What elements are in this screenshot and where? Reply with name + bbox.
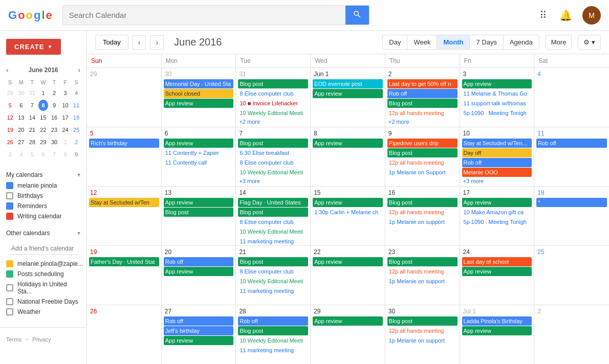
my-calendar-item[interactable]: melanie pinola bbox=[0, 180, 86, 191]
calendar-cell[interactable]: 26 bbox=[87, 305, 162, 364]
calendar-event[interactable]: School closed bbox=[164, 89, 234, 98]
mini-cal-day[interactable]: 30 bbox=[16, 87, 27, 99]
calendar-cell[interactable]: 21Blog post8 Elise computer club10 Weekl… bbox=[236, 246, 311, 305]
calendar-event[interactable]: 10 Weekly Editorial Meeti bbox=[238, 108, 308, 118]
calendar-event[interactable]: Rob off bbox=[164, 257, 234, 266]
calendar-event[interactable]: Rob off bbox=[164, 316, 234, 326]
mini-cal-day[interactable]: 3 bbox=[5, 149, 15, 160]
calendar-event[interactable]: Jeff's birthday bbox=[164, 326, 234, 335]
other-calendar-item[interactable]: National Freebie Days bbox=[0, 297, 86, 307]
calendar-cell[interactable]: 4 bbox=[534, 68, 609, 127]
mini-cal-day[interactable]: 25 bbox=[71, 124, 81, 135]
calendar-event[interactable]: Blog post bbox=[387, 99, 458, 108]
calendar-event[interactable]: 1p Melanie on support bbox=[387, 277, 458, 286]
mini-cal-day[interactable]: 28 bbox=[27, 136, 37, 148]
create-button[interactable]: CREATE ▼ bbox=[6, 39, 61, 55]
calendar-cell[interactable]: Jul 1Ladda Pinola's BirthdayApp review bbox=[460, 305, 535, 364]
calendar-cell[interactable]: 20Rob offApp review bbox=[162, 246, 236, 305]
my-calendar-item[interactable]: Writing calendar bbox=[0, 211, 86, 221]
calendar-event[interactable]: 1p Melanie on Support bbox=[387, 168, 458, 177]
calendar-event[interactable]: * bbox=[536, 198, 607, 207]
calendar-cell[interactable]: 6App review11 Contently + Zapier11 Conte… bbox=[162, 127, 236, 186]
calendar-event[interactable]: Rich's birthday bbox=[89, 139, 159, 148]
today-button[interactable]: Today bbox=[95, 35, 128, 50]
mini-cal-day[interactable]: 12 bbox=[5, 112, 15, 123]
calendar-event[interactable]: App review bbox=[462, 198, 532, 207]
mini-cal-day[interactable]: 20 bbox=[16, 124, 27, 135]
calendar-cell[interactable]: 5Rich's birthday bbox=[87, 127, 162, 186]
view-7days[interactable]: 7 Days bbox=[469, 35, 503, 49]
calendar-event[interactable]: EOD evernote post bbox=[313, 79, 383, 88]
mini-cal-day[interactable]: 5 bbox=[5, 100, 15, 111]
mini-cal-day[interactable]: 6 bbox=[16, 100, 27, 111]
next-button[interactable]: › bbox=[150, 35, 164, 50]
view-agenda[interactable]: Agenda bbox=[503, 35, 539, 49]
mini-cal-day[interactable]: 24 bbox=[60, 124, 71, 135]
calendar-cell[interactable]: 27Rob offJeff's birthdayApp review bbox=[162, 305, 236, 364]
calendar-event[interactable]: 12p all hands meeting bbox=[387, 158, 458, 167]
calendar-event[interactable]: Flag Day · United States bbox=[238, 198, 308, 207]
calendar-event[interactable]: App review bbox=[164, 336, 234, 345]
calendar-cell[interactable]: 10Stay at Secluded w/Tennis/Koi Pond/Hot… bbox=[460, 127, 535, 186]
my-calendar-item[interactable]: Birthdays bbox=[0, 191, 86, 201]
calendar-event[interactable]: App review bbox=[462, 326, 532, 335]
search-input[interactable] bbox=[63, 7, 345, 24]
mini-cal-day[interactable]: 18 bbox=[71, 112, 81, 123]
calendar-event[interactable]: App review bbox=[313, 316, 383, 326]
calendar-cell[interactable]: 30Memorial Day · United StaSchool closed… bbox=[162, 68, 236, 127]
mini-cal-day[interactable]: 7 bbox=[49, 149, 59, 160]
mini-cal-day[interactable]: 9 bbox=[71, 149, 81, 160]
calendar-cell[interactable]: 11Rob off bbox=[534, 127, 609, 186]
calendar-event[interactable]: Rob off bbox=[536, 139, 607, 148]
calendar-cell[interactable]: 3App review11 Melanie & Thomas Go11 supp… bbox=[460, 68, 535, 127]
calendar-event[interactable]: 1p Melanie on support bbox=[387, 217, 458, 226]
calendar-event[interactable]: Day off bbox=[462, 148, 532, 157]
calendar-event[interactable]: App review bbox=[462, 267, 532, 276]
calendar-event[interactable]: 5p 1090 · Meeting Tonigh bbox=[462, 217, 532, 226]
mini-cal-day[interactable]: 31 bbox=[27, 87, 37, 99]
calendar-event[interactable]: 11 support talk w/thomas bbox=[462, 99, 532, 108]
calendar-event[interactable]: App review bbox=[164, 198, 234, 207]
calendar-event[interactable]: 1:30p Carlin + Melanie ch bbox=[313, 208, 383, 217]
mini-cal-day[interactable]: 22 bbox=[38, 124, 49, 135]
notifications-button[interactable]: 🔔 bbox=[557, 7, 574, 24]
calendar-cell[interactable]: Jun 1EOD evernote postApp review bbox=[311, 68, 385, 127]
mini-cal-day[interactable]: 8 bbox=[38, 100, 49, 111]
other-calendar-item[interactable]: Posts scheduling bbox=[0, 269, 86, 279]
mini-cal-day[interactable]: 11 bbox=[71, 100, 81, 111]
calendar-cell[interactable]: 12Stay at Secluded w/Ten bbox=[87, 187, 162, 245]
my-calendar-item[interactable]: Reminders bbox=[0, 201, 86, 211]
calendar-event[interactable]: Father's Day · United Stat bbox=[89, 257, 159, 266]
privacy-link[interactable]: Privacy bbox=[32, 336, 51, 343]
mini-cal-day[interactable]: 7 bbox=[27, 100, 37, 111]
view-month[interactable]: Month bbox=[437, 35, 469, 49]
calendar-event[interactable]: App review bbox=[164, 267, 234, 276]
calendar-cell[interactable]: 16Blog post12p all hands meeting1p Melan… bbox=[385, 187, 460, 245]
calendar-event[interactable]: 10 Weekly Editorial Meeti bbox=[238, 227, 308, 236]
settings-button[interactable]: ⚙ ▾ bbox=[578, 35, 601, 50]
calendar-event[interactable]: 8 Elise computer club bbox=[238, 158, 308, 167]
mini-cal-day[interactable]: 15 bbox=[38, 112, 49, 123]
calendar-cell[interactable]: 31Blog post8 Elise computer club10 ■ Inv… bbox=[236, 68, 311, 127]
calendar-event[interactable]: Last day to get 50% off n bbox=[387, 79, 458, 88]
calendar-event[interactable]: Melanie OOO bbox=[462, 168, 532, 177]
calendar-event[interactable]: 10 Make Amazon gift ca bbox=[462, 208, 532, 217]
calendar-event[interactable]: 10 ■ Invoice Lifehacker bbox=[238, 99, 308, 108]
apps-grid-button[interactable]: ⠿ bbox=[537, 7, 549, 24]
calendar-event[interactable]: Rob off bbox=[387, 89, 458, 98]
calendar-cell[interactable]: 30Blog post12p all hands meeting1p Melan… bbox=[385, 305, 460, 364]
calendar-event[interactable]: Last day of school bbox=[462, 257, 532, 266]
mini-cal-day[interactable]: 29 bbox=[38, 136, 49, 148]
calendar-event[interactable]: App review bbox=[164, 99, 234, 108]
calendar-event[interactable]: Blog post bbox=[238, 139, 308, 148]
calendar-event[interactable]: 11 marketing meeting bbox=[238, 346, 308, 355]
calendar-event[interactable]: 1p Melanie on support bbox=[387, 336, 458, 345]
calendar-event[interactable]: App review bbox=[313, 89, 383, 98]
view-day[interactable]: Day bbox=[383, 35, 407, 49]
add-friend-input[interactable] bbox=[8, 243, 78, 255]
calendar-event[interactable]: 10 Weekly Editorial Meeti bbox=[238, 168, 308, 177]
mini-cal-day[interactable]: 27 bbox=[16, 136, 27, 148]
mini-cal-day[interactable]: 26 bbox=[5, 136, 15, 148]
calendar-cell[interactable]: 29 bbox=[87, 68, 162, 127]
mini-cal-day[interactable]: 30 bbox=[49, 136, 59, 148]
